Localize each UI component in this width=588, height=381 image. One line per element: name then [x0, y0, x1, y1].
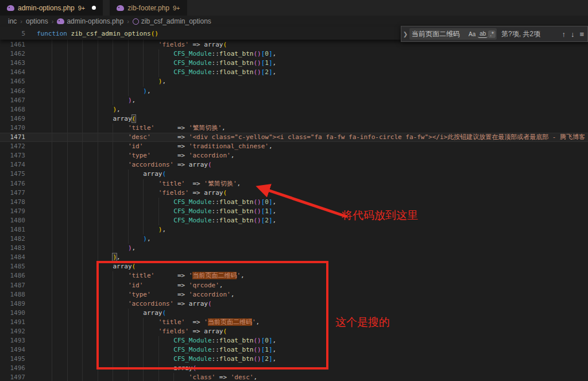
code-line[interactable]: 1494CFS_Module::float_btn()[1], — [0, 345, 588, 355]
find-in-selection-icon[interactable]: ≡ — [579, 30, 584, 39]
breadcrumb-item-options[interactable]: options — [26, 17, 48, 25]
line-number: 1489 — [0, 299, 37, 309]
symbol-function-icon — [133, 18, 139, 25]
code-line[interactable]: 1496array( — [0, 364, 588, 373]
php-file-icon — [57, 18, 64, 24]
keyword-function: function — [37, 30, 67, 37]
code-line[interactable]: 1476'title' => '繁简切换', — [0, 179, 588, 188]
regex-icon[interactable]: .* — [488, 30, 496, 38]
code-line[interactable]: 1475array( — [0, 170, 588, 179]
match-case-icon[interactable]: Aa — [467, 30, 477, 38]
tab-label: zib-footer.php — [127, 4, 169, 12]
breadcrumb-separator-icon: › — [52, 18, 54, 25]
code-line[interactable]: 1492'fields' => array( — [0, 327, 588, 336]
line-number: 1483 — [0, 244, 37, 253]
line-number: 1464 — [0, 68, 37, 77]
line-number: 1467 — [0, 96, 37, 105]
code-line[interactable]: 1464CFS_Module::float_btn()[2], — [0, 68, 588, 77]
tab-problems-badge: 9+ — [78, 5, 86, 11]
breadcrumb-item-file[interactable]: admin-options.php — [57, 17, 123, 25]
line-number: 1491 — [0, 318, 37, 327]
code-line[interactable]: 1486'title' => '当前页面二维码', — [0, 271, 588, 280]
code-line[interactable]: 1473'type' => 'accordion', — [0, 151, 588, 160]
code-line[interactable]: 1484), — [0, 253, 588, 262]
function-name: zib_csf_admin_options — [71, 30, 151, 37]
code-line[interactable]: 1465), — [0, 77, 588, 86]
line-number: 1468 — [0, 105, 37, 114]
line-number: 1471 — [0, 133, 37, 142]
line-number: 1465 — [0, 77, 37, 86]
breadcrumb-item-symbol[interactable]: zib_csf_admin_options — [133, 17, 211, 25]
code-line[interactable]: 1488'type' => 'accordion', — [0, 290, 588, 299]
code-line[interactable]: 1462CFS_Module::float_btn()[0], — [0, 49, 588, 59]
code-line[interactable]: 1470'title' => '繁简切换', — [0, 124, 588, 133]
line-number: 1476 — [0, 179, 37, 188]
line-number: 1482 — [0, 234, 37, 244]
code-line[interactable]: 1479CFS_Module::float_btn()[1], — [0, 207, 588, 216]
toggle-replace-chevron-icon[interactable]: ❯ — [401, 31, 409, 37]
breadcrumb: inc › options › admin-options.php › zib_… — [0, 16, 588, 27]
code-line[interactable]: 1474'accordions' => array( — [0, 160, 588, 170]
code-line[interactable]: 1490array( — [0, 309, 588, 318]
whole-word-icon[interactable]: ab — [478, 30, 488, 38]
code-line[interactable]: 1495CFS_Module::float_btn()[2], — [0, 355, 588, 364]
line-number: 1473 — [0, 151, 37, 160]
code-line[interactable]: 1489'accordions' => array( — [0, 299, 588, 309]
line-number: 1486 — [0, 271, 37, 280]
line-number: 1462 — [0, 49, 37, 59]
line-number: 1475 — [0, 170, 37, 179]
find-input[interactable] — [412, 30, 466, 38]
line-number: 1490 — [0, 309, 37, 318]
line-number: 1481 — [0, 225, 37, 234]
next-match-icon[interactable]: ↓ — [571, 30, 575, 39]
function-parens: () — [151, 30, 158, 37]
code-lines[interactable]: 1460'title' => '繁简切换',1461'fields' => ar… — [0, 31, 588, 381]
previous-match-icon[interactable]: ↑ — [562, 30, 566, 39]
code-line[interactable]: 1493CFS_Module::float_btn()[0], — [0, 336, 588, 345]
breadcrumb-separator-icon: › — [20, 18, 22, 25]
line-number: 1461 — [0, 40, 37, 49]
code-line[interactable]: 1481), — [0, 225, 588, 234]
vscode-editor-window: 1460'title' => '繁简切换',1461'fields' => ar… — [0, 0, 588, 381]
code-line[interactable]: 1480CFS_Module::float_btn()[2], — [0, 216, 588, 225]
tab-admin-options[interactable]: admin-options.php 9+ — [0, 0, 103, 16]
line-number: 1480 — [0, 216, 37, 225]
breadcrumb-item-inc[interactable]: inc — [8, 17, 17, 25]
code-line[interactable]: 1466), — [0, 87, 588, 96]
line-number: 1494 — [0, 345, 37, 355]
code-line[interactable]: 1472'id' => 'traditional_chinese', — [0, 142, 588, 151]
tab-bar: admin-options.php 9+ zib-footer.php 9+ — [0, 0, 588, 16]
modified-dot-icon[interactable] — [92, 6, 96, 10]
tab-problems-badge: 9+ — [173, 5, 180, 11]
php-file-icon — [117, 5, 124, 11]
tab-zib-footer[interactable]: zib-footer.php 9+ — [110, 0, 187, 16]
code-line[interactable]: 1468), — [0, 105, 588, 114]
line-number: 1497 — [0, 373, 37, 381]
code-line[interactable]: 1487'id' => 'qrcode', — [0, 281, 588, 290]
code-line[interactable]: 1491'title' => '当前页面二维码', — [0, 318, 588, 327]
code-line[interactable]: 1497'class' => 'desc', — [0, 373, 588, 381]
code-line[interactable]: 1477'fields' => array( — [0, 188, 588, 198]
code-line[interactable]: 1485array( — [0, 262, 588, 271]
breadcrumb-separator-icon: › — [127, 18, 129, 25]
code-line[interactable]: 1483), — [0, 244, 588, 253]
line-number: 1466 — [0, 87, 37, 96]
line-number: 1488 — [0, 290, 37, 299]
line-number: 1495 — [0, 355, 37, 364]
line-number: 1472 — [0, 142, 37, 151]
line-number: 5 — [0, 30, 37, 37]
code-line[interactable]: 1469array( — [0, 114, 588, 124]
line-number: 1493 — [0, 336, 37, 345]
tab-label: admin-options.php — [18, 4, 75, 12]
code-line[interactable]: 1471'desc' => '<div class="c-yellow"><i … — [0, 133, 588, 142]
line-number: 1484 — [0, 253, 37, 262]
code-line[interactable]: 1482), — [0, 234, 588, 244]
code-line[interactable]: 1467), — [0, 96, 588, 105]
line-number: 1479 — [0, 207, 37, 216]
code-line[interactable]: 1463CFS_Module::float_btn()[1], — [0, 59, 588, 68]
php-file-icon — [7, 5, 14, 11]
line-number: 1492 — [0, 327, 37, 336]
code-line[interactable]: 1478CFS_Module::float_btn()[0], — [0, 198, 588, 207]
line-number: 1485 — [0, 262, 37, 271]
line-number: 1474 — [0, 160, 37, 170]
